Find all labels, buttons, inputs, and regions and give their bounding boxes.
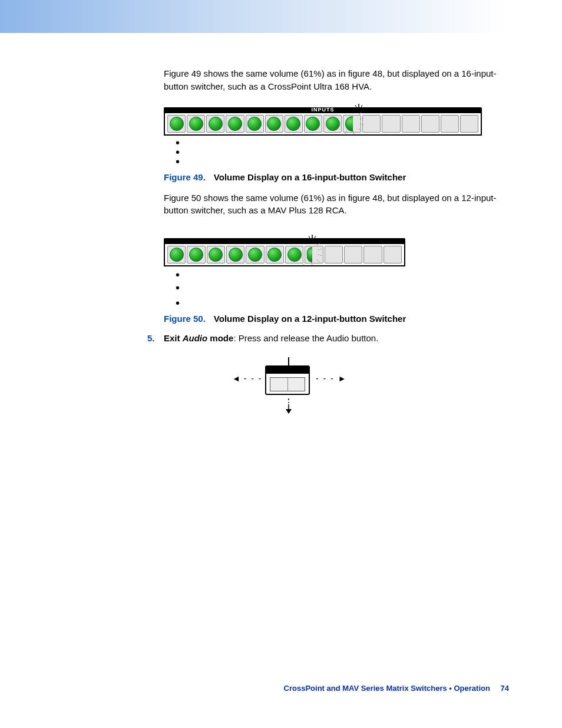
bullet-icon: •: [176, 147, 509, 157]
step-rest: : Press and release the Audio button.: [233, 333, 378, 343]
svg-marker-21: [286, 365, 292, 370]
figure-49-number: Figure 49.: [164, 172, 206, 182]
panel12-body: [164, 244, 405, 266]
arrow-left-icon: ◄ - - -: [232, 374, 263, 383]
input-button-empty: [421, 115, 439, 133]
arrow-right-icon: - - - ►: [316, 374, 346, 383]
input-button-empty: [441, 115, 459, 133]
step-bold-2: mode: [207, 333, 233, 343]
header-gradient: [0, 0, 562, 33]
input-button: [246, 246, 264, 263]
svg-marker-13: [310, 239, 314, 242]
input-button: [167, 246, 186, 263]
figure-50-number: Figure 50.: [164, 314, 206, 324]
step-5: 5. Exit Audio mode: Press and release th…: [147, 333, 509, 343]
input-button-empty: [460, 115, 478, 133]
input-button: [285, 115, 303, 133]
panel16-body: [164, 113, 482, 136]
input-button: [323, 115, 342, 133]
input-button: [187, 246, 205, 263]
panel12-top-strip: [164, 238, 405, 244]
step-number: 5.: [147, 333, 164, 343]
panel16-tick-down-icon: [353, 104, 364, 113]
step-italic: Audio: [183, 333, 208, 343]
input-button: [246, 115, 264, 133]
bullet-icon: •: [176, 270, 509, 279]
svg-line-2: [361, 105, 362, 108]
bullet-icon: •: [176, 157, 509, 166]
svg-line-12: [314, 236, 316, 239]
input-button-partial: [305, 246, 323, 263]
input-button: [187, 115, 205, 133]
page-content: Figure 49 shows the same volume (61%) as…: [0, 33, 562, 424]
input-button: [206, 115, 224, 133]
input-button: [167, 115, 186, 133]
inputs-label: INPUTS: [311, 107, 334, 113]
input-button-empty: [362, 115, 381, 133]
step-bold-1: Exit: [164, 333, 183, 343]
figure-49-panel: INPUTS: [164, 107, 482, 136]
input-button-empty: [325, 246, 343, 263]
audio-button-diagram: ◄ - - - - - - ►: [229, 360, 358, 424]
input-button: [285, 246, 303, 263]
input-button: [266, 246, 284, 263]
svg-marker-3: [357, 108, 361, 111]
arrow-into-box-icon: [285, 357, 293, 371]
input-button: [226, 115, 244, 133]
paragraph-fig50-intro: Figure 50 shows the same volume (61%) as…: [164, 192, 509, 218]
arrow-down-icon: [285, 398, 293, 416]
page-footer: CrossPoint and MAV Series Matrix Switche…: [284, 684, 509, 693]
paragraph-fig49-intro: Figure 49 shows the same volume (61%) as…: [164, 67, 509, 93]
input-button-empty: [344, 246, 362, 263]
input-button: [304, 115, 322, 133]
figure-50-title: Volume Display on a 12-input-button Swit…: [214, 314, 406, 324]
bullet-icon: •: [176, 283, 509, 292]
footer-title: CrossPoint and MAV Series Matrix Switche…: [284, 684, 490, 693]
figure-49-title: Volume Display on a 16-input-button Swit…: [214, 172, 406, 182]
step-text: Exit Audio mode: Press and release the A…: [164, 333, 378, 343]
ellipsis-bullets: • • •: [176, 270, 509, 308]
bullet-icon: •: [176, 138, 509, 147]
svg-line-10: [309, 236, 310, 239]
input-button: [265, 115, 283, 133]
ellipsis-bullets: • • •: [176, 138, 509, 166]
input-button: [226, 246, 244, 263]
bullet-icon: •: [176, 298, 509, 308]
audio-box-buttons: [270, 377, 305, 391]
figure-50-panel: [164, 238, 405, 266]
input-button-empty: [363, 246, 382, 263]
footer-page-number: 74: [501, 684, 509, 693]
panel16-top-strip: INPUTS: [164, 107, 482, 113]
figure-50-caption: Figure 50.Volume Display on a 12-input-b…: [164, 314, 509, 324]
input-button: [207, 246, 225, 263]
input-button-partial: [343, 115, 361, 133]
svg-line-0: [355, 105, 357, 108]
input-button-empty: [384, 246, 402, 263]
panel12-tick-down-icon: [307, 235, 318, 244]
input-button-empty: [402, 115, 420, 133]
svg-marker-24: [286, 409, 292, 414]
input-button-empty: [382, 115, 400, 133]
figure-49-caption: Figure 49.Volume Display on a 16-input-b…: [164, 172, 509, 182]
